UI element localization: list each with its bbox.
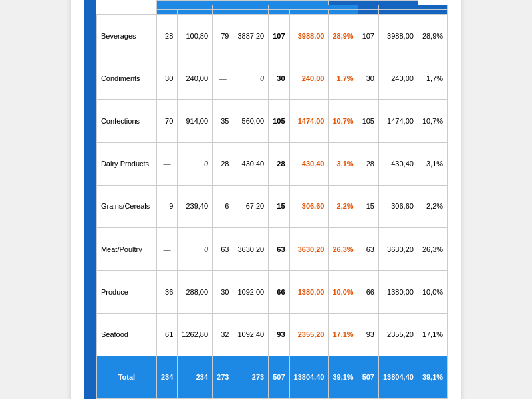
grand-fraction: 2,2% xyxy=(418,185,447,227)
grand-revenue: 240,00 xyxy=(378,57,418,100)
q3-units: 28 xyxy=(156,15,177,57)
total-fraction: 10,7% xyxy=(329,100,358,142)
q3-revenue-col xyxy=(178,10,213,15)
q4-units: — xyxy=(213,57,233,100)
grand-revenue: 3630,20 xyxy=(378,228,418,271)
category-label: Condiments xyxy=(96,57,156,100)
total-units: 15 xyxy=(269,185,289,227)
total-revenue: 306,60 xyxy=(289,185,329,227)
grand-units: 93 xyxy=(358,313,378,356)
grand-fraction: 3,1% xyxy=(418,142,447,185)
q3-units-col xyxy=(156,10,177,15)
total-units-header xyxy=(358,5,378,10)
total-q4-units: 273 xyxy=(213,356,233,398)
grand-revenue: 1380,00 xyxy=(378,271,418,313)
grand-fraction: 1,7% xyxy=(418,57,447,100)
empty-corner xyxy=(96,1,156,5)
grand-fraction: 17,1% xyxy=(418,313,447,356)
total-fraction: 28,9% xyxy=(329,15,358,57)
grand-units: 107 xyxy=(358,15,378,57)
grand-units: 66 xyxy=(358,271,378,313)
total-units: 93 xyxy=(269,313,289,356)
q3-revenue: 914,00 xyxy=(178,100,213,142)
q3-revenue: 0 xyxy=(178,228,213,271)
table-row: Dairy Products — 0 28 430,40 28 430,40 3… xyxy=(96,142,447,185)
q3-revenue: 239,40 xyxy=(178,185,213,227)
header-2015 xyxy=(156,1,329,5)
total-revenue: 3630,20 xyxy=(289,228,329,271)
table-row: Grains/Cereals 9 239,40 6 67,20 15 306,6… xyxy=(96,185,447,227)
grand-total-units-col xyxy=(358,10,378,15)
total-q4-revenue: 273 xyxy=(233,356,269,398)
table-row: Confections 70 914,00 35 560,00 105 1474… xyxy=(96,100,447,142)
total-t-units: 507 xyxy=(269,356,289,398)
table-row: Condiments 30 240,00 — 0 30 240,00 1,7% … xyxy=(96,57,447,100)
q3-revenue: 240,00 xyxy=(178,57,213,100)
q4-revenue: 3887,20 xyxy=(233,15,269,57)
total-units: 105 xyxy=(269,100,289,142)
total-revenue: 240,00 xyxy=(289,57,329,100)
grand-units: 63 xyxy=(358,228,378,271)
total-units: 63 xyxy=(269,228,289,271)
q3-revenue: 1262,80 xyxy=(178,313,213,356)
total-q3-units: 234 xyxy=(156,356,177,398)
grand-fraction: 10,0% xyxy=(418,271,447,313)
total-fraction: 3,1% xyxy=(329,142,358,185)
grand-revenue: 306,60 xyxy=(378,185,418,227)
header-total xyxy=(329,1,418,5)
header-total-sub xyxy=(269,5,358,10)
grand-revenue: 2355,20 xyxy=(378,313,418,356)
q4-revenue: 560,00 xyxy=(233,100,269,142)
q4-revenue: 3630,20 xyxy=(233,228,269,271)
total-fraction: 10,0% xyxy=(329,271,358,313)
category-label: Seafood xyxy=(96,313,156,356)
q4-units: 30 xyxy=(213,271,233,313)
q4-revenue: 67,20 xyxy=(233,185,269,227)
total-t-fraction: 39,1% xyxy=(329,356,358,398)
q3-units: 30 xyxy=(156,57,177,100)
q4-units: 32 xyxy=(213,313,233,356)
total-units: 107 xyxy=(269,15,289,57)
total-revenue: 1380,00 xyxy=(289,271,329,313)
q3-units: 9 xyxy=(156,185,177,227)
table-row: Seafood 61 1262,80 32 1092,40 93 2355,20… xyxy=(96,313,447,356)
q3-units: — xyxy=(156,142,177,185)
total-sub-revenue-col xyxy=(289,10,329,15)
total-t-revenue: 13804,40 xyxy=(289,356,329,398)
total-fraction: 17,1% xyxy=(329,313,358,356)
grand-fraction: 28,9% xyxy=(418,15,447,57)
empty-corner2 xyxy=(96,5,156,10)
header-q3 xyxy=(156,5,212,10)
total-revenue-header xyxy=(378,5,418,10)
total-row: Total 234 234 273 273 507 13804,40 39,1%… xyxy=(96,356,447,398)
q4-revenue: 430,40 xyxy=(233,142,269,185)
total-units: 28 xyxy=(269,142,289,185)
total-grand-fraction: 39,1% xyxy=(418,356,447,398)
grand-revenue: 3988,00 xyxy=(378,15,418,57)
q4-units: 63 xyxy=(213,228,233,271)
total-revenue: 3988,00 xyxy=(289,15,329,57)
total-q3-revenue: 234 xyxy=(178,356,213,398)
category-label: Grains/Cereals xyxy=(96,185,156,227)
q4-revenue: 1092,00 xyxy=(233,271,269,313)
grand-units: 105 xyxy=(358,100,378,142)
grand-units: 30 xyxy=(358,57,378,100)
total-revenue: 1474,00 xyxy=(289,100,329,142)
total-grand-revenue: 13804,40 xyxy=(378,356,418,398)
q3-revenue: 0 xyxy=(178,142,213,185)
grand-fraction: 26,3% xyxy=(418,228,447,271)
category-label: Beverages xyxy=(96,15,156,57)
q4-units: 28 xyxy=(213,142,233,185)
q4-revenue: 1092,40 xyxy=(233,313,269,356)
total-fraction-header xyxy=(418,5,447,10)
category-label: Confections xyxy=(96,100,156,142)
grand-units: 15 xyxy=(358,185,378,227)
total-sub-fraction-col xyxy=(329,10,358,15)
category-label: Produce xyxy=(96,271,156,313)
table-row: Beverages 28 100,80 79 3887,20 107 3988,… xyxy=(96,15,447,57)
total-label: Total xyxy=(96,356,156,398)
total-grand-units: 507 xyxy=(358,356,378,398)
grand-total-revenue-col xyxy=(378,10,418,15)
category-label: Meat/Poultry xyxy=(96,228,156,271)
total-units: 30 xyxy=(269,57,289,100)
